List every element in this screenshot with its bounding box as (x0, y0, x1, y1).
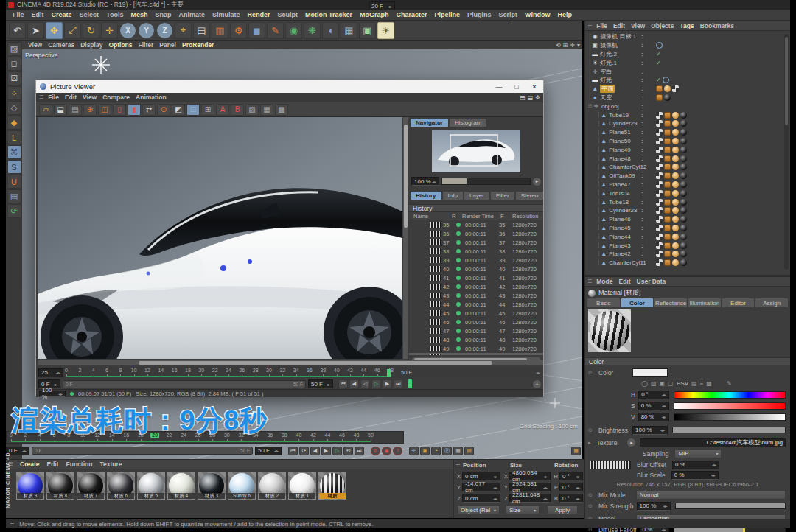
material-tag[interactable] (680, 138, 687, 144)
deformer-menu[interactable]: ◖ (322, 22, 339, 39)
history-row-40[interactable]: 4000:00:11401280x720 (409, 265, 543, 273)
timeline-options-icon[interactable]: ▦ (571, 447, 581, 455)
material-tag[interactable] (680, 251, 687, 257)
object-row-Plane50[interactable]: ┆▲Plane50: (585, 137, 790, 146)
uvw-tag[interactable] (664, 199, 671, 206)
history-row-46[interactable]: 4600:00:11461280x720 (409, 318, 543, 326)
menu-item-help[interactable]: Help (554, 11, 576, 18)
saturation-gradient-bar[interactable] (674, 402, 786, 410)
uvw-tag[interactable] (664, 147, 671, 153)
visibility-dots[interactable]: : (641, 155, 643, 162)
apply-button[interactable]: Apply (547, 505, 578, 514)
material-tab-editor[interactable]: Editor (722, 298, 755, 307)
rotation-p-field[interactable]: 0 °◂▸ (559, 483, 583, 491)
phong-tag[interactable] (672, 259, 679, 266)
pv-ruler-left-field[interactable]: 25◂▸ (38, 368, 63, 377)
magnet-icon[interactable]: U (7, 175, 21, 189)
object-row-Plane44[interactable]: ┆▲Plane44: (585, 232, 790, 241)
menu-item-edit[interactable]: Edit (62, 94, 80, 101)
material-tag[interactable] (680, 234, 687, 240)
menu-item-mograph[interactable]: MoGraph (356, 11, 393, 18)
kelvin-mode-icon[interactable]: ▤ (691, 380, 697, 387)
position-y-field[interactable]: -14.077 cm◂▸ (462, 483, 500, 491)
visibility-dots[interactable]: : (641, 94, 643, 101)
corner-icon-2[interactable]: ✥ (535, 94, 540, 101)
menu-item-script[interactable]: Script (495, 11, 522, 18)
workplane-icon[interactable]: ⌘ (7, 145, 21, 159)
menu-item-display[interactable]: Display (77, 41, 105, 49)
menu-item-texture[interactable]: Texture (96, 461, 125, 468)
display-tag[interactable] (656, 164, 663, 170)
phong-tag[interactable] (672, 147, 679, 153)
transport-button[interactable]: ⏭ (355, 447, 364, 455)
display-tag[interactable] (656, 172, 663, 179)
object-row-Plane43[interactable]: ┆▲Plane43: (585, 241, 790, 250)
display-tag[interactable] (656, 216, 663, 223)
transport-button[interactable]: ⏮ (288, 447, 298, 455)
position-x-field[interactable]: 0 cm◂▸ (462, 472, 500, 480)
panel-grip-icon[interactable]: ☰ (39, 94, 43, 100)
visibility-dots[interactable]: : (641, 190, 643, 197)
material-thumb-Sunny 6[interactable]: Sunny 6 (228, 472, 256, 500)
rgb-mode-icon[interactable]: ▢ (668, 380, 674, 387)
material-tag[interactable] (664, 94, 671, 101)
uvw-tag[interactable] (664, 234, 671, 240)
transport-button[interactable]: ▶ (383, 379, 392, 388)
history-row-37[interactable]: 3700:00:11371280x720 (409, 238, 543, 247)
material-thumb-材质.4[interactable]: 材质.4 (167, 472, 195, 500)
key-scale-icon[interactable]: ▣ (420, 447, 430, 455)
material-thumb-材质.5[interactable]: 材质.5 (137, 472, 165, 500)
timeline-scrollbar[interactable]: 0 F 50 F (32, 447, 253, 455)
menu-item-bookmarks[interactable]: Bookmarks (697, 22, 737, 29)
corner-icon-2[interactable]: ✛ (570, 42, 575, 49)
history-row-35[interactable]: 3500:00:11351280x720 (409, 220, 543, 229)
object-row-Cylinder28[interactable]: ┆▲Cylinder28: (585, 206, 790, 215)
pv-zoom-menu-button[interactable]: ▸ (533, 178, 541, 186)
object-row-Plane42[interactable]: ┆▲Plane42: (585, 250, 790, 259)
layer-manager-icon[interactable]: ▤ (69, 104, 82, 116)
menu-item-mode[interactable]: Mode (593, 278, 615, 285)
corner-icon-1[interactable]: ⬓ (528, 94, 534, 101)
material-tag[interactable] (680, 225, 687, 231)
pv-titlebar[interactable]: Picture Viewer — □ ✕ (36, 80, 543, 93)
panel-grip-icon[interactable]: ☰ (587, 23, 592, 29)
uvw-tag[interactable] (656, 85, 663, 92)
display-tag[interactable] (656, 199, 663, 206)
points-mode-icon[interactable]: ⁘ (7, 86, 21, 100)
rotation-b-field[interactable]: 0 °◂▸ (559, 494, 583, 503)
viewport-corner-icons[interactable]: ⟲⊞✛▾ (556, 41, 580, 49)
material-tag[interactable] (680, 242, 687, 249)
history-row-45[interactable]: 4500:00:11451280x720 (409, 309, 543, 318)
uvw-tag[interactable] (664, 181, 671, 188)
visibility-dots[interactable]: : (641, 172, 643, 179)
history-row-48[interactable]: 4800:00:11481280x720 (409, 335, 543, 344)
phong-tag[interactable] (672, 164, 679, 170)
full-image-icon[interactable]: ⊕ (83, 104, 97, 116)
material-tag[interactable] (680, 172, 687, 179)
display-tag[interactable] (672, 85, 679, 92)
uvw-tag[interactable] (664, 155, 671, 162)
set-a-icon[interactable]: ▯ (113, 104, 126, 116)
spline-pen-menu[interactable]: ✎ (267, 22, 284, 39)
sampling-dropdown[interactable]: MIP▾ (674, 449, 722, 458)
blur-offset-field[interactable]: 0 %◂▸ (672, 461, 719, 469)
set-b-icon[interactable]: ▮ (128, 104, 141, 116)
display-tag[interactable] (656, 207, 663, 214)
menu-item-tools[interactable]: Tools (102, 11, 127, 18)
phong-tag[interactable] (672, 199, 679, 206)
visibility-dots[interactable]: : (641, 120, 643, 127)
material-tag[interactable] (680, 190, 687, 197)
current-frame-field[interactable]: 20 F◂▸ (369, 1, 395, 10)
polygons-mode-icon[interactable]: ◆ (7, 116, 21, 130)
coordinate-system[interactable]: ⌖ (175, 22, 192, 39)
display-tag[interactable] (656, 112, 663, 119)
material-tag[interactable] (680, 216, 687, 223)
tab-navigator[interactable]: Navigator (411, 119, 448, 127)
visibility-dots[interactable]: : (641, 129, 643, 136)
material-thumb-材质.9[interactable]: 材质.9 (16, 472, 44, 500)
display-tag[interactable] (656, 181, 663, 188)
hue-gradient-bar[interactable] (674, 391, 786, 399)
visibility-dots[interactable]: : (641, 216, 643, 223)
uvw-tag[interactable] (664, 207, 671, 214)
menu-item-objects[interactable]: Objects (648, 22, 677, 29)
